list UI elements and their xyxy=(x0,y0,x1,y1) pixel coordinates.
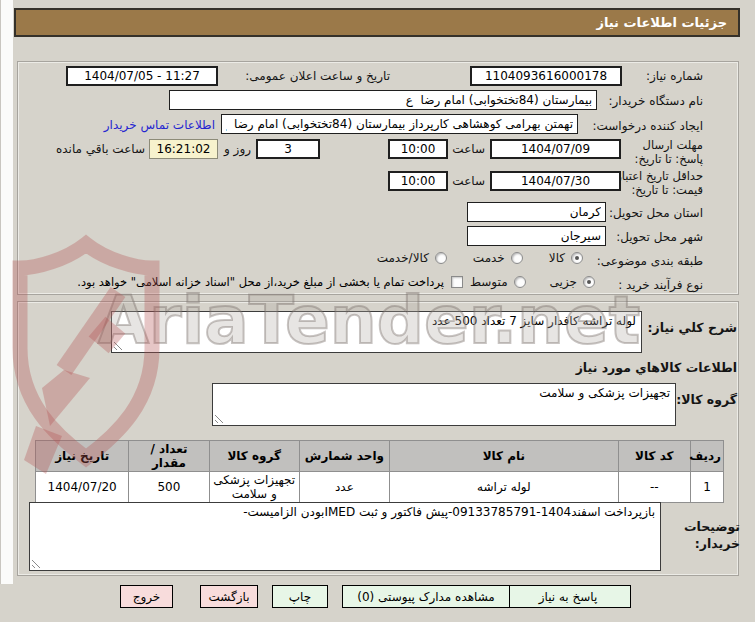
radio-partial-icon[interactable] xyxy=(583,276,595,288)
treasury-payment-option: پرداخت تمام یا بخشی از مبلغ خرید،از محل … xyxy=(77,275,463,289)
cell-item-name: لوله تراشه xyxy=(390,472,619,503)
buyer-org-field[interactable] xyxy=(169,90,597,110)
province-label: استان محل تحویل: xyxy=(609,206,703,220)
response-deadline-label: مهلت ارسال پاسخ: تا تاریخ: xyxy=(615,138,703,166)
request-creator-label: ایجاد کننده درخواست: xyxy=(592,119,703,133)
option-service[interactable]: خدمت xyxy=(473,251,523,265)
scrollbar-track[interactable] xyxy=(0,0,13,584)
need-description-text: لوله تراشه کافدار سایز 7 تعداد 500 عدد xyxy=(432,314,636,328)
header-item-name: نام کالا xyxy=(390,441,619,472)
treasury-checkbox-label: پرداخت تمام یا بخشی از مبلغ خرید،از محل … xyxy=(77,275,444,289)
city-label: شهر محل تحویل: xyxy=(616,230,703,244)
buyer-org-label: نام دستگاه خریدار: xyxy=(609,94,704,108)
treasury-checkbox-icon[interactable] xyxy=(451,276,463,288)
goods-group-textarea[interactable]: تجهیزات پزشکی و سلامت xyxy=(212,383,676,426)
radio-medium-icon[interactable] xyxy=(514,276,526,288)
option-medium-label: متوسط xyxy=(470,275,508,289)
resize-grip-icon[interactable] xyxy=(215,415,223,423)
validity-time-field[interactable] xyxy=(388,171,448,191)
page-title: جزئیات اطلاعات نیاز xyxy=(14,8,740,37)
hours-remaining-label: ساعت باقي مانده xyxy=(56,142,145,156)
purchase-process-label: نوع فرآیند خرید : xyxy=(618,278,703,292)
buyer-notes-text: بازپرداخت اسفند1404-09133785791-پیش فاکت… xyxy=(243,505,655,519)
days-and-label: روز و xyxy=(224,142,251,156)
goods-table: ردیف کد کالا نام کالا واحد شمارش گروه کا… xyxy=(35,440,724,503)
buyer-notes-label: توضیحات خریدار: xyxy=(662,518,740,552)
price-validity-label: حداقل تاریخ اعتبار قیمت: تا تاریخ: xyxy=(613,169,703,197)
purchase-process-options: جزیی متوسط xyxy=(470,275,595,289)
announce-datetime-label: تاریخ و ساعت اعلان عمومی: xyxy=(245,69,390,83)
cell-need-date: 1404/07/20 xyxy=(36,472,129,503)
option-goods-service-label: کالا/خدمت xyxy=(377,251,429,265)
cell-item-group: تجهیزات پزشکی و سلامت xyxy=(209,472,299,503)
deadline-date-field[interactable] xyxy=(490,139,621,159)
option-goods-label: کالا xyxy=(549,251,565,265)
need-description-textarea[interactable]: لوله تراشه کافدار سایز 7 تعداد 500 عدد xyxy=(111,311,642,353)
option-partial[interactable]: جزیی xyxy=(550,275,595,289)
resize-grip-icon[interactable] xyxy=(32,560,40,568)
city-field[interactable] xyxy=(467,226,606,246)
option-partial-label: جزیی xyxy=(550,275,577,289)
goods-group-text: تجهیزات پزشکی و سلامت xyxy=(539,386,670,400)
radio-goods-icon[interactable] xyxy=(571,252,583,264)
need-number-field[interactable] xyxy=(470,66,622,86)
option-medium[interactable]: متوسط xyxy=(470,275,526,289)
header-item-code: کد کالا xyxy=(618,441,690,472)
cell-unit: عدد xyxy=(299,472,389,503)
time-remaining-field[interactable] xyxy=(149,139,218,159)
subject-class-options: کالا خدمت کالا/خدمت xyxy=(377,251,583,265)
province-field[interactable] xyxy=(467,202,606,222)
subject-class-label: طبقه بندی موضوعی: xyxy=(597,254,703,268)
view-attachments-button[interactable]: مشاهده مدارک پیوستی (0) xyxy=(342,585,510,608)
back-button[interactable]: بازگشت xyxy=(200,585,258,608)
goods-section-heading: اطلاعات کالاهاي مورد نیاز xyxy=(576,360,737,375)
cell-quantity: 500 xyxy=(129,472,209,503)
header-quantity: تعداد / مقدار xyxy=(129,441,209,472)
deadline-time-field[interactable] xyxy=(388,139,448,159)
option-goods-service[interactable]: کالا/خدمت xyxy=(377,251,447,265)
cell-row-number: 1 xyxy=(690,472,723,503)
option-goods[interactable]: کالا xyxy=(549,251,583,265)
need-number-label: شماره نیاز: xyxy=(646,69,703,83)
header-need-date: تاریخ نیاز xyxy=(36,441,129,472)
days-remaining-field[interactable] xyxy=(256,139,320,159)
goods-table-row: 1 -- لوله تراشه عدد تجهیزات پزشکی و سلام… xyxy=(36,472,724,503)
respond-to-need-button[interactable]: پاسخ به نیاز xyxy=(505,585,631,608)
header-item-group: گروه کالا xyxy=(209,441,299,472)
need-description-label: شرح کلي نیاز: xyxy=(648,320,737,335)
radio-goods-service-icon[interactable] xyxy=(435,252,447,264)
need-details-page: جزئیات اطلاعات نیاز شماره نیاز: تاریخ و … xyxy=(0,0,755,622)
goods-table-header-row: ردیف کد کالا نام کالا واحد شمارش گروه کا… xyxy=(36,441,724,472)
cell-item-code: -- xyxy=(618,472,690,503)
resize-grip-icon[interactable] xyxy=(114,342,122,350)
buyer-contact-link[interactable]: اطلاعات تماس خریدار xyxy=(104,118,215,132)
validity-hour-label: ساعت xyxy=(452,174,485,188)
buyer-notes-textarea[interactable]: بازپرداخت اسفند1404-09133785791-پیش فاکت… xyxy=(29,502,661,571)
deadline-hour-label: ساعت xyxy=(452,142,485,156)
print-button[interactable]: چاپ xyxy=(272,585,328,608)
validity-date-field[interactable] xyxy=(490,171,621,191)
header-row-number: ردیف xyxy=(690,441,723,472)
exit-button[interactable]: خروج xyxy=(120,585,173,608)
radio-service-icon[interactable] xyxy=(511,252,523,264)
request-creator-field[interactable] xyxy=(221,114,578,134)
announce-datetime-field[interactable] xyxy=(66,66,218,86)
header-unit: واحد شمارش xyxy=(299,441,389,472)
option-service-label: خدمت xyxy=(473,251,505,265)
goods-group-label: گروه کالا: xyxy=(676,392,737,407)
